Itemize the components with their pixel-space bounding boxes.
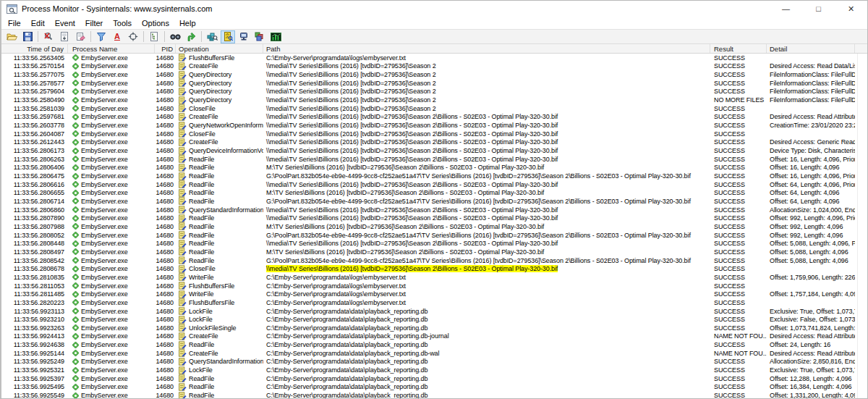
jump-to-object-icon[interactable] — [184, 30, 198, 43]
table-row[interactable]: 11:33:56.9923263 EmbyServer.exe 14680 Un… — [1, 324, 867, 332]
maximize-button[interactable]: □ — [802, 1, 835, 17]
table-row[interactable]: 11:33:56.2806475 EmbyServer.exe 14680 Re… — [1, 172, 867, 180]
capture-icon[interactable] — [41, 30, 56, 43]
row-operation: QueryStandardInformation... — [176, 206, 263, 214]
column-header-path[interactable]: Path — [263, 44, 710, 53]
show-profiling-events-icon[interactable] — [268, 30, 283, 43]
table-row[interactable]: 11:33:56.2806714 EmbyServer.exe 14680 Re… — [1, 197, 867, 206]
menu-item[interactable]: Edit — [26, 18, 50, 28]
table-row[interactable]: 11:33:56.9924413 EmbyServer.exe 14680 Cr… — [1, 332, 867, 341]
table-row[interactable]: 11:33:56.2807890 EmbyServer.exe 14680 Re… — [1, 214, 867, 222]
menu-item[interactable]: Help — [174, 18, 201, 28]
row-operation: ReadFile — [176, 341, 263, 349]
row-detail: Offset: 16, Length: 4,096, Priorit... — [767, 172, 855, 180]
menu-item[interactable]: Event — [50, 18, 80, 28]
table-row[interactable]: 11:33:56.2806406 EmbyServer.exe 14680 Re… — [1, 164, 867, 172]
autoscroll-icon[interactable] — [57, 30, 72, 43]
clear-icon[interactable] — [73, 30, 88, 43]
row-result: SUCCESS — [710, 122, 767, 129]
open-file-icon[interactable] — [4, 30, 19, 43]
column-header-result[interactable]: Result — [710, 44, 767, 53]
table-row[interactable]: 11:33:56.2563405 EmbyServer.exe 14680 Fl… — [1, 54, 867, 62]
table-row[interactable]: 11:33:56.9925321 EmbyServer.exe 14680 Lo… — [1, 366, 867, 374]
menu-item[interactable]: File — [3, 18, 26, 28]
show-registry-activity-icon[interactable] — [205, 30, 219, 43]
row-detail: Offset: 64, Length: 4,096 — [767, 198, 855, 205]
save-icon[interactable] — [20, 30, 35, 43]
table-row[interactable]: 11:33:56.9925249 EmbyServer.exe 14680 Qu… — [1, 358, 867, 366]
table-row[interactable]: 11:33:56.2808678 EmbyServer.exe 14680 Cl… — [1, 264, 867, 273]
column-header-pid[interactable]: PID — [155, 44, 176, 53]
row-process: EmbyServer.exe — [68, 350, 155, 357]
table-row[interactable]: 11:33:56.9925397 EmbyServer.exe 14680 Re… — [1, 374, 867, 383]
file-operation-icon — [179, 180, 187, 188]
table-row[interactable]: 11:33:56.2577075 EmbyServer.exe 14680 Qu… — [1, 70, 867, 79]
table-row[interactable]: 11:33:56.2806860 EmbyServer.exe 14680 Qu… — [1, 206, 867, 214]
table-row[interactable]: 11:33:56.2811485 EmbyServer.exe 14680 Wr… — [1, 290, 867, 298]
table-row[interactable]: 11:33:56.9923210 EmbyServer.exe 14680 Lo… — [1, 315, 867, 324]
row-operation: CreateFile — [176, 62, 263, 70]
table-row[interactable]: 11:33:56.9923113 EmbyServer.exe 14680 Lo… — [1, 307, 867, 316]
emby-process-icon — [72, 130, 79, 137]
table-row[interactable]: 11:33:56.2806173 EmbyServer.exe 14680 Qu… — [1, 146, 867, 155]
table-row[interactable]: 11:33:56.2597681 EmbyServer.exe 14680 Cr… — [1, 113, 867, 122]
menu-item[interactable]: Filter — [80, 18, 108, 28]
show-network-activity-icon[interactable] — [237, 30, 251, 43]
row-path: C:\Emby-Server\programdata\data\playback… — [263, 350, 710, 357]
column-header-operation[interactable]: Operation — [176, 44, 263, 53]
row-pid: 14680 — [155, 265, 176, 272]
show-process-activity-icon[interactable] — [252, 30, 267, 43]
table-row[interactable]: 11:33:56.2820223 EmbyServer.exe 14680 Fl… — [1, 298, 867, 307]
row-process: EmbyServer.exe — [68, 172, 155, 180]
table-row[interactable]: 11:33:56.9925144 EmbyServer.exe 14680 Cr… — [1, 349, 867, 358]
table-row[interactable]: 11:33:56.2808542 EmbyServer.exe 14680 Re… — [1, 256, 867, 265]
table-row[interactable]: 11:33:56.9924638 EmbyServer.exe 14680 Re… — [1, 340, 867, 349]
table-row[interactable]: 11:33:56.2579604 EmbyServer.exe 14680 Qu… — [1, 88, 867, 96]
menu-item[interactable]: Tools — [108, 18, 137, 28]
table-row[interactable]: 11:33:56.2603778 EmbyServer.exe 14680 Qu… — [1, 121, 867, 130]
include-process-icon[interactable] — [126, 30, 140, 43]
table-row[interactable]: 11:33:56.2604087 EmbyServer.exe 14680 Cl… — [1, 130, 867, 138]
table-row[interactable]: 11:33:56.2806616 EmbyServer.exe 14680 Re… — [1, 180, 867, 189]
row-time: 11:33:56.2603778 — [1, 122, 68, 129]
table-row[interactable]: 11:33:56.2612443 EmbyServer.exe 14680 Cr… — [1, 138, 867, 147]
row-path-text: C:\Emby-Server\programdata\logs\embyserv… — [266, 274, 406, 281]
row-detail: Offset: 992, Length: 4,096 — [767, 232, 855, 239]
row-result: SUCCESS — [710, 214, 767, 222]
menu-item[interactable]: Options — [137, 18, 174, 28]
table-row[interactable]: 11:33:56.9925549 EmbyServer.exe 14680 Re… — [1, 391, 867, 398]
find-icon[interactable] — [168, 30, 182, 43]
table-row[interactable]: 11:33:56.9925495 EmbyServer.exe 14680 Re… — [1, 383, 867, 392]
row-pid: 14680 — [155, 332, 176, 340]
table-row[interactable]: 11:33:56.2807988 EmbyServer.exe 14680 Re… — [1, 222, 867, 231]
table-row[interactable]: 11:33:56.2808448 EmbyServer.exe 14680 Re… — [1, 239, 867, 248]
table-row[interactable]: 11:33:56.2581039 EmbyServer.exe 14680 Cl… — [1, 104, 867, 113]
table-row[interactable]: 11:33:56.2811053 EmbyServer.exe 14680 Fl… — [1, 282, 867, 290]
process-tree-icon[interactable] — [147, 30, 161, 43]
table-row[interactable]: 11:33:56.2806655 EmbyServer.exe 14680 Re… — [1, 189, 867, 198]
table-row[interactable]: 11:33:56.2810835 EmbyServer.exe 14680 Wr… — [1, 273, 867, 282]
column-header-time[interactable]: Time of Day — [1, 44, 68, 53]
row-result: SUCCESS — [710, 299, 767, 306]
filter-icon[interactable] — [94, 30, 109, 43]
highlight-icon[interactable]: A — [110, 30, 124, 43]
column-header-process-name[interactable]: Process Name — [68, 44, 155, 53]
table-row[interactable]: 11:33:56.2578577 EmbyServer.exe 14680 Qu… — [1, 79, 867, 88]
title-bar[interactable]: Process Monitor - Sysinternals: www.sysi… — [1, 1, 867, 17]
file-operation-icon — [179, 62, 187, 70]
file-operation-icon — [179, 71, 187, 79]
row-operation-label: ReadFile — [189, 172, 214, 180]
show-filesystem-activity-icon[interactable] — [221, 30, 235, 43]
row-process-name: EmbyServer.exe — [81, 71, 128, 78]
column-header-detail[interactable]: Detail — [767, 44, 855, 53]
table-row[interactable]: 11:33:56.2570154 EmbyServer.exe 14680 Cr… — [1, 62, 867, 71]
close-button[interactable]: ✕ — [835, 1, 867, 17]
table-row[interactable]: 11:33:56.2806263 EmbyServer.exe 14680 Re… — [1, 155, 867, 164]
row-path: \\media\TV Series\Billions (2016) [tvdbI… — [263, 181, 710, 188]
table-row[interactable]: 11:33:56.2580490 EmbyServer.exe 14680 Qu… — [1, 96, 867, 104]
row-process-name: EmbyServer.exe — [81, 299, 128, 306]
table-row[interactable]: 11:33:56.2808497 EmbyServer.exe 14680 Re… — [1, 248, 867, 256]
table-row[interactable]: 11:33:56.2808052 EmbyServer.exe 14680 Re… — [1, 231, 867, 240]
minimize-button[interactable]: — — [770, 1, 802, 17]
file-operation-icon — [179, 172, 187, 180]
